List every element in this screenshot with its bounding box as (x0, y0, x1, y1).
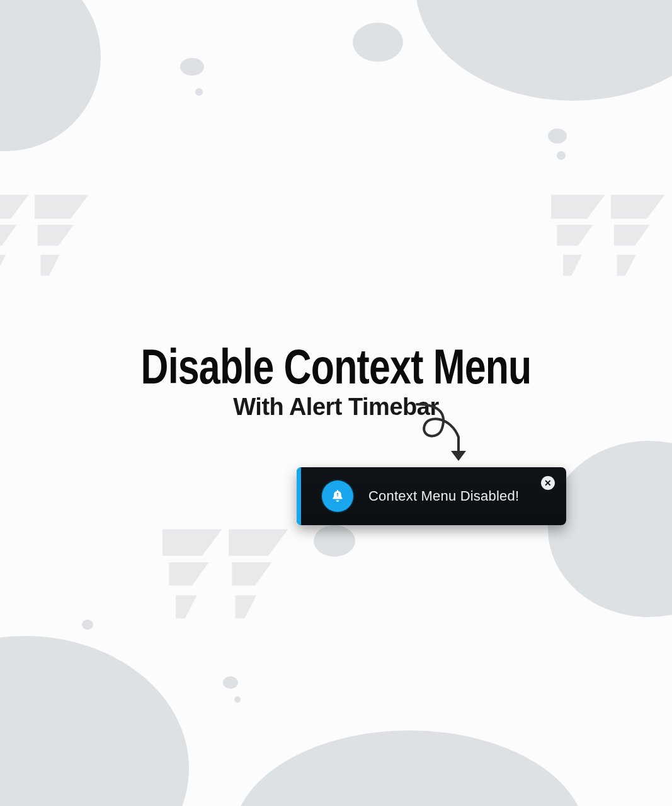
svg-marker-3 (38, 225, 74, 246)
svg-marker-1 (35, 195, 89, 219)
decor-blob (557, 151, 566, 160)
decor-blob (548, 128, 567, 144)
svg-marker-5 (41, 255, 60, 276)
decor-blob (195, 88, 203, 96)
decor-blob (416, 0, 672, 101)
alert-toast: Context Menu Disabled! ✕ (297, 467, 566, 525)
alert-message: Context Menu Disabled! (368, 488, 519, 504)
decor-blob (82, 620, 93, 630)
svg-marker-0 (0, 195, 29, 219)
svg-marker-15 (232, 562, 271, 586)
svg-marker-6 (551, 195, 605, 219)
svg-marker-14 (169, 562, 209, 586)
decor-blob (234, 696, 241, 703)
decor-blob (0, 0, 101, 151)
bell-alert-icon (330, 489, 345, 504)
svg-marker-2 (0, 225, 17, 246)
canvas: Disable Context Menu With Alert Timebar … (0, 0, 672, 806)
decor-blob (548, 441, 672, 617)
svg-marker-16 (176, 596, 197, 619)
svg-marker-12 (162, 530, 222, 556)
hero: Disable Context Menu With Alert Timebar (0, 343, 672, 421)
svg-marker-11 (617, 255, 636, 276)
watermark-icon (551, 189, 671, 309)
decor-blob (180, 58, 204, 76)
svg-marker-17 (236, 596, 257, 619)
decor-blob (233, 730, 586, 806)
svg-marker-8 (557, 225, 593, 246)
svg-marker-7 (611, 195, 665, 219)
close-icon: ✕ (544, 479, 552, 487)
decor-blob (353, 23, 403, 62)
svg-marker-4 (0, 255, 6, 276)
svg-marker-10 (563, 255, 582, 276)
decor-blob (314, 525, 355, 557)
watermark-icon (162, 523, 295, 655)
alert-timebar (297, 467, 301, 525)
close-button[interactable]: ✕ (541, 476, 555, 490)
watermark-icon (0, 189, 94, 309)
page-subtitle: With Alert Timebar (0, 394, 672, 421)
decor-blob (0, 636, 189, 806)
page-title: Disable Context Menu (74, 343, 598, 390)
svg-point-18 (337, 493, 338, 494)
decor-blob (223, 676, 238, 689)
curly-arrow-icon (412, 400, 487, 468)
svg-marker-9 (614, 225, 650, 246)
alert-badge (322, 480, 353, 512)
svg-marker-13 (229, 530, 288, 556)
svg-rect-19 (337, 495, 338, 497)
